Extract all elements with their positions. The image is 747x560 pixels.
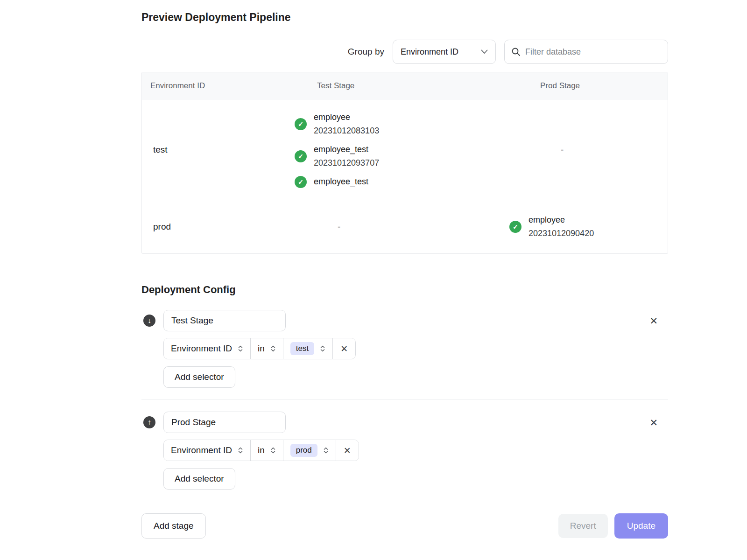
stage-name-input[interactable] (163, 310, 286, 331)
add-selector-button[interactable]: Add selector (163, 468, 235, 490)
deployment-version: 20231012083103 (314, 124, 379, 138)
toolbar: Group by Environment ID (141, 40, 668, 64)
stage-config-test: ↓ ✕ Environment ID in test (141, 310, 668, 388)
environment-id-cell: prod (142, 200, 295, 253)
right-actions: Revert Update (558, 513, 668, 539)
group-by-label: Group by (348, 47, 384, 57)
pipeline-table-header: Environment ID Test Stage Prod Stage (142, 72, 668, 99)
pipeline-table: Environment ID Test Stage Prod Stage tes… (141, 72, 668, 254)
prod-stage-empty: - (509, 99, 668, 200)
selector-operator-select[interactable]: in (251, 440, 283, 461)
deployment-config-title: Deployment Config (141, 284, 668, 296)
selector-value-badge: prod (290, 444, 317, 457)
selector-row: Environment ID in test ✕ (163, 338, 356, 359)
main-content: Preview Deployment Pipeline Group by Env… (141, 0, 668, 556)
environment-id-cell: test (142, 99, 295, 200)
divider (141, 399, 668, 399)
prod-stage-cell: ✓ employee 20231012090420 (509, 200, 668, 253)
selector-operator-select[interactable]: in (251, 338, 283, 359)
group-by-select[interactable]: Environment ID (393, 40, 496, 64)
remove-stage-button[interactable]: ✕ (649, 316, 658, 326)
selector-key-value: Environment ID (171, 343, 232, 354)
test-stage-empty: - (295, 200, 509, 253)
success-check-icon: ✓ (509, 221, 521, 233)
revert-button[interactable]: Revert (558, 514, 608, 538)
column-header-prod-stage: Prod Stage (509, 81, 668, 91)
deployment-name: employee (529, 213, 594, 227)
arrow-down-circle-icon: ↓ (143, 315, 155, 327)
stage-name-input[interactable] (163, 412, 286, 433)
table-row: prod - ✓ employee 20231012090420 (142, 200, 668, 253)
deployment-version: 20231012093707 (314, 156, 379, 170)
selector-key-select[interactable]: Environment ID (164, 338, 251, 359)
chevron-down-icon (481, 49, 488, 54)
success-check-icon: ✓ (295, 150, 307, 162)
add-selector-button[interactable]: Add selector (163, 366, 235, 388)
deployment-item: ✓ employee_test (295, 175, 509, 189)
stage-header: ↑ ✕ (141, 412, 668, 433)
selector-operator-value: in (258, 445, 265, 455)
selector-value-select[interactable]: test (283, 338, 333, 359)
success-check-icon: ✓ (295, 118, 307, 130)
filter-database-search (504, 40, 668, 64)
deployment-item: ✓ employee_test 20231012093707 (295, 143, 509, 170)
selector-row: Environment ID in prod ✕ (163, 440, 359, 461)
deployment-name: employee_test (314, 143, 379, 156)
deployment-item: ✓ employee 20231012083103 (295, 111, 509, 138)
deployment-name: employee_test (314, 175, 368, 189)
updown-chevron-icon (323, 446, 329, 455)
deployment-item: ✓ employee 20231012090420 (509, 213, 668, 240)
updown-chevron-icon (238, 446, 243, 455)
stage-header: ↓ ✕ (141, 310, 668, 331)
remove-stage-button[interactable]: ✕ (649, 418, 658, 427)
group-by-value: Environment ID (401, 47, 458, 57)
update-button[interactable]: Update (614, 513, 668, 539)
selector-key-value: Environment ID (171, 445, 232, 455)
page-title: Preview Deployment Pipeline (141, 11, 668, 24)
updown-chevron-icon (270, 344, 276, 353)
column-header-test-stage: Test Stage (295, 81, 509, 91)
divider (141, 501, 668, 501)
updown-chevron-icon (238, 344, 243, 353)
success-check-icon: ✓ (295, 176, 307, 188)
selector-key-select[interactable]: Environment ID (164, 440, 251, 461)
test-stage-cell: ✓ employee 20231012083103 ✓ employee_tes… (295, 99, 509, 200)
updown-chevron-icon (320, 344, 325, 353)
search-icon (511, 47, 521, 56)
selector-value-select[interactable]: prod (283, 440, 336, 461)
table-row: test ✓ employee 20231012083103 ✓ employe… (142, 99, 668, 200)
stage-config-prod: ↑ ✕ Environment ID in prod (141, 412, 668, 490)
bottom-action-bar: Add stage Revert Update (141, 513, 668, 539)
selector-operator-value: in (258, 343, 265, 354)
add-stage-button[interactable]: Add stage (141, 513, 206, 539)
bottom-divider (141, 556, 668, 556)
selector-value-badge: test (290, 342, 314, 355)
column-header-environment-id: Environment ID (142, 81, 295, 91)
deployment-version: 20231012090420 (529, 227, 594, 240)
updown-chevron-icon (270, 446, 276, 455)
deployment-name: employee (314, 111, 379, 124)
remove-selector-button[interactable]: ✕ (336, 440, 359, 461)
arrow-up-circle-icon: ↑ (143, 416, 155, 428)
remove-selector-button[interactable]: ✕ (333, 338, 355, 359)
filter-database-input[interactable] (525, 47, 661, 57)
